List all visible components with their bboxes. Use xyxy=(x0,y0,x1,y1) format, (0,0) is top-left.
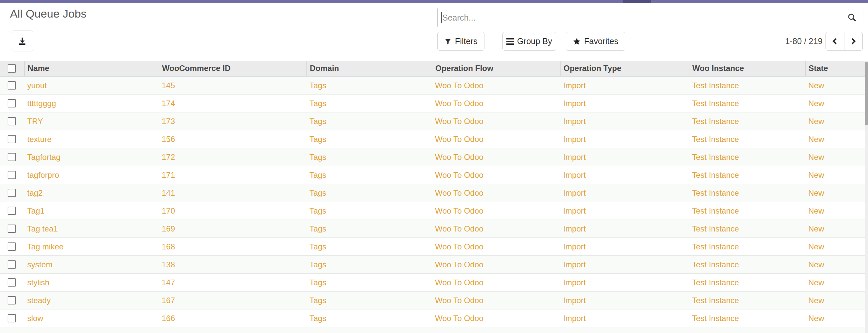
table-row[interactable]: Tag tea1 169 Tags Woo To Odoo Import Tes… xyxy=(0,220,865,238)
column-header-operation-type[interactable]: Operation Type xyxy=(560,61,689,76)
row-checkbox[interactable] xyxy=(8,153,16,161)
row-checkbox[interactable] xyxy=(8,278,16,287)
filters-button[interactable]: Filters xyxy=(437,32,485,51)
table-row[interactable]: yuout 145 Tags Woo To Odoo Import Test I… xyxy=(0,77,865,95)
cell-operation-flow: Woo To Odoo xyxy=(432,256,560,273)
cell-operation-flow: Woo To Odoo xyxy=(432,292,560,309)
cell-name: tttttgggg xyxy=(24,95,159,112)
column-header-woocommerce-id[interactable]: WooCommerce ID xyxy=(159,61,307,76)
topbar xyxy=(0,0,868,3)
chevron-right-icon xyxy=(850,38,856,44)
cell-woocommerce-id: 171 xyxy=(159,166,307,184)
table-header: Name WooCommerce ID Domain Operation Flo… xyxy=(0,61,865,77)
row-checkbox-cell xyxy=(0,184,24,202)
row-checkbox[interactable] xyxy=(8,171,16,179)
row-checkbox-cell xyxy=(0,256,24,273)
row-checkbox[interactable] xyxy=(8,225,16,233)
scrollbar-thumb[interactable] xyxy=(865,62,868,125)
row-checkbox[interactable] xyxy=(8,314,16,322)
cell-operation-type: Import xyxy=(560,292,689,309)
row-checkbox[interactable] xyxy=(8,296,16,304)
cell-woocommerce-id: 156 xyxy=(159,130,307,148)
vertical-scrollbar[interactable] xyxy=(865,61,868,333)
search-input[interactable]: Search... xyxy=(437,8,863,27)
download-icon xyxy=(18,36,27,46)
table-row[interactable]: TRY 173 Tags Woo To Odoo Import Test Ins… xyxy=(0,112,865,130)
cell-name: texture xyxy=(24,130,159,148)
cell-operation-flow: Woo To Odoo xyxy=(432,184,560,202)
row-checkbox-cell xyxy=(0,220,24,237)
column-header-operation-flow[interactable]: Operation Flow xyxy=(432,61,560,76)
table-row[interactable]: Tag1 170 Tags Woo To Odoo Import Test In… xyxy=(0,202,865,220)
cell-name: Tag tea1 xyxy=(24,220,159,237)
row-checkbox-cell xyxy=(0,166,24,184)
table-row[interactable]: system 138 Tags Woo To Odoo Import Test … xyxy=(0,256,865,274)
row-checkbox[interactable] xyxy=(8,117,16,125)
cell-woocommerce-id: 173 xyxy=(159,112,307,130)
row-checkbox[interactable] xyxy=(8,99,16,107)
cell-domain: Tags xyxy=(307,274,432,291)
cell-woocommerce-id: 167 xyxy=(159,292,307,309)
row-checkbox[interactable] xyxy=(8,242,16,251)
cell-operation-type: Import xyxy=(560,238,689,255)
table-row[interactable]: slow 166 Tags Woo To Odoo Import Test In… xyxy=(0,309,865,327)
cell-domain: Tags xyxy=(307,184,432,202)
cell-woo-instance: Test Instance xyxy=(689,274,805,291)
cell-woocommerce-id: 169 xyxy=(159,220,307,237)
row-checkbox[interactable] xyxy=(8,135,16,143)
table-row[interactable]: tttttgggg 174 Tags Woo To Odoo Import Te… xyxy=(0,95,865,112)
cell-operation-type: Import xyxy=(560,274,689,291)
cell-woocommerce-id: 145 xyxy=(159,77,307,94)
cell-domain: Tags xyxy=(307,256,432,273)
pager-previous-button[interactable] xyxy=(826,32,844,51)
row-checkbox-cell xyxy=(0,112,24,130)
cell-state: New xyxy=(805,112,865,130)
table-row[interactable]: stylish 147 Tags Woo To Odoo Import Test… xyxy=(0,274,865,292)
cell-state: New xyxy=(805,274,865,291)
cell-name: tagforpro xyxy=(24,166,159,184)
table-row[interactable]: steady 167 Tags Woo To Odoo Import Test … xyxy=(0,292,865,309)
column-header-woo-instance[interactable]: Woo Instance xyxy=(689,61,805,76)
row-checkbox[interactable] xyxy=(8,207,16,215)
cell-state: New xyxy=(805,309,865,327)
filters-label: Filters xyxy=(455,36,477,46)
cell-state: New xyxy=(805,202,865,220)
cell-operation-flow: Woo To Odoo xyxy=(432,202,560,220)
table-row[interactable]: tag2 141 Tags Woo To Odoo Import Test In… xyxy=(0,184,865,202)
favorites-label: Favorites xyxy=(584,36,618,46)
cell-operation-type: Import xyxy=(560,202,689,220)
export-button[interactable] xyxy=(11,31,33,52)
table-row[interactable]: texture 156 Tags Woo To Odoo Import Test… xyxy=(0,130,865,148)
cell-name: system xyxy=(24,256,159,273)
row-checkbox-cell xyxy=(0,309,24,327)
row-checkbox-cell xyxy=(0,77,24,94)
cell-woo-instance: Test Instance xyxy=(689,202,805,220)
group-by-label: Group By xyxy=(517,36,552,46)
cell-operation-type: Import xyxy=(560,95,689,112)
column-header-state[interactable]: State xyxy=(805,61,865,76)
table-row[interactable]: Tag mikee 168 Tags Woo To Odoo Import Te… xyxy=(0,238,865,256)
favorites-button[interactable]: Favorites xyxy=(566,32,625,51)
cell-woo-instance: Test Instance xyxy=(689,184,805,202)
table-row[interactable]: tagforpro 171 Tags Woo To Odoo Import Te… xyxy=(0,166,865,184)
group-by-button[interactable]: Group By xyxy=(502,32,556,51)
row-checkbox[interactable] xyxy=(8,189,16,197)
cell-woocommerce-id: 147 xyxy=(159,274,307,291)
pager-range: 1-80 / 219 xyxy=(774,36,823,46)
row-checkbox[interactable] xyxy=(8,81,16,90)
table-body: yuout 145 Tags Woo To Odoo Import Test I… xyxy=(0,77,865,333)
select-all-checkbox[interactable] xyxy=(8,64,16,73)
cell-state: New xyxy=(805,238,865,255)
cell-domain: Tags xyxy=(307,220,432,237)
table-row[interactable]: Tagfortag 172 Tags Woo To Odoo Import Te… xyxy=(0,148,865,166)
cell-name: Tagfortag xyxy=(24,148,159,166)
column-header-domain[interactable]: Domain xyxy=(307,61,432,76)
search-icon[interactable] xyxy=(847,12,857,23)
column-header-name[interactable]: Name xyxy=(24,61,159,76)
pager-next-button[interactable] xyxy=(844,32,863,51)
row-checkbox[interactable] xyxy=(8,260,16,269)
row-checkbox-cell xyxy=(0,292,24,309)
cell-domain: Tags xyxy=(307,309,432,327)
cell-operation-flow: Woo To Odoo xyxy=(432,112,560,130)
star-icon xyxy=(573,37,581,45)
